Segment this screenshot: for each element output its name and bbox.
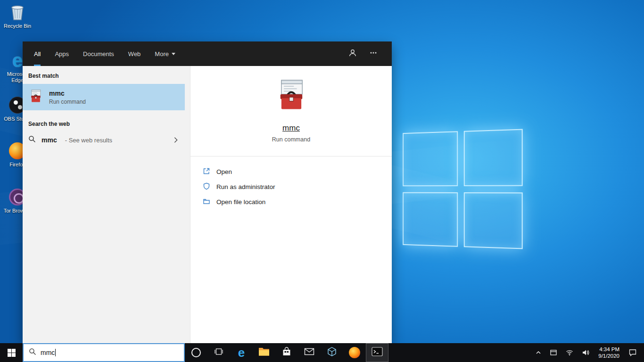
- file-explorer-icon: [258, 346, 270, 359]
- show-hidden-icons-button[interactable]: [531, 343, 545, 362]
- tab-documents[interactable]: Documents: [83, 41, 114, 66]
- cube-3d-icon: [327, 346, 337, 359]
- shield-icon: [203, 182, 210, 191]
- network-icon[interactable]: [561, 343, 578, 362]
- action-label: Run as administrator: [216, 183, 275, 190]
- search-results-pane: Best match mmc: [23, 66, 190, 343]
- search-flyout-panel: All Apps Documents Web More: [23, 41, 392, 343]
- cortana-button[interactable]: [185, 343, 207, 362]
- text-caret: [55, 349, 56, 356]
- tab-more[interactable]: More: [155, 41, 175, 66]
- windows-start-icon: [8, 349, 16, 357]
- web-result-suffix: - See web results: [65, 137, 112, 144]
- best-match-subtitle: Run command: [49, 99, 86, 105]
- action-label: Open file location: [216, 198, 265, 206]
- command-prompt-button[interactable]: [366, 343, 388, 362]
- taskbar-clock[interactable]: 4:34 PM 9/1/2020: [594, 343, 624, 362]
- chevron-down-icon: [172, 53, 175, 55]
- firefox-icon: [349, 347, 360, 358]
- preview-title[interactable]: mmc: [282, 123, 300, 133]
- desktop-icon-label: Recycle Bin: [4, 23, 31, 29]
- desktop-icon-recycle-bin[interactable]: Recycle Bin: [2, 3, 33, 29]
- best-match-title: mmc: [49, 90, 86, 97]
- account-icon[interactable]: [348, 49, 357, 59]
- cortana-icon: [191, 348, 201, 357]
- store-bag-icon: [281, 346, 292, 359]
- action-center-button[interactable]: [624, 343, 641, 362]
- search-input-value: mmc: [41, 349, 55, 356]
- preview-subtitle: Run command: [272, 136, 310, 143]
- tab-apps[interactable]: Apps: [55, 41, 69, 66]
- file-explorer-button[interactable]: [253, 343, 275, 362]
- edge-taskbar-button[interactable]: e: [230, 343, 253, 362]
- best-match-result-mmc[interactable]: mmc Run command: [23, 84, 185, 110]
- action-label: Open: [216, 168, 232, 175]
- recycle-bin-icon: [8, 3, 27, 22]
- search-icon: [28, 135, 36, 145]
- web-result-query: mmc: [41, 136, 57, 144]
- mmc-toolbox-icon-large: [273, 79, 309, 113]
- command-prompt-icon: [372, 347, 383, 358]
- windows-desktop: Recycle Bin e Microsoft Edge OBS Studio …: [0, 0, 644, 362]
- mail-envelope-icon: [304, 347, 314, 358]
- preview-actions: Open Run as administrator: [190, 156, 392, 209]
- web-search-result[interactable]: mmc - See web results: [23, 130, 185, 150]
- action-run-as-administrator[interactable]: Run as administrator: [203, 179, 392, 194]
- tab-web[interactable]: Web: [128, 41, 141, 66]
- action-open[interactable]: Open: [203, 164, 392, 179]
- open-icon: [203, 167, 210, 176]
- taskbar: mmc e: [0, 343, 644, 362]
- search-web-header: Search the web: [23, 121, 190, 127]
- tab-all[interactable]: All: [34, 41, 41, 66]
- mmc-toolbox-icon: [28, 89, 43, 105]
- tray-app-icon[interactable]: [545, 343, 561, 362]
- best-match-header: Best match: [23, 73, 190, 79]
- search-filter-header: All Apps Documents Web More: [23, 41, 392, 66]
- search-icon: [29, 348, 36, 357]
- edge-icon: e: [238, 346, 245, 359]
- firefox-taskbar-button[interactable]: [343, 343, 366, 362]
- options-ellipsis-icon[interactable]: [369, 49, 378, 59]
- task-view-button[interactable]: [207, 343, 230, 362]
- start-button[interactable]: [0, 343, 23, 362]
- clock-time: 4:34 PM: [599, 346, 619, 353]
- windows-logo-wallpaper-icon: [403, 129, 523, 249]
- task-view-icon: [214, 347, 223, 358]
- search-filter-tabs: All Apps Documents Web More: [23, 41, 175, 66]
- 3d-viewer-button[interactable]: [321, 343, 343, 362]
- chevron-right-icon[interactable]: [173, 137, 179, 143]
- search-preview-pane: mmc Run command Open: [190, 66, 392, 343]
- mail-button[interactable]: [298, 343, 321, 362]
- action-open-file-location[interactable]: Open file location: [203, 194, 392, 209]
- volume-icon[interactable]: [578, 343, 594, 362]
- clock-date: 9/1/2020: [598, 353, 619, 359]
- taskbar-search-input[interactable]: mmc: [23, 343, 185, 362]
- system-tray: 4:34 PM 9/1/2020: [531, 343, 644, 362]
- microsoft-store-button[interactable]: [275, 343, 298, 362]
- folder-icon: [203, 197, 210, 206]
